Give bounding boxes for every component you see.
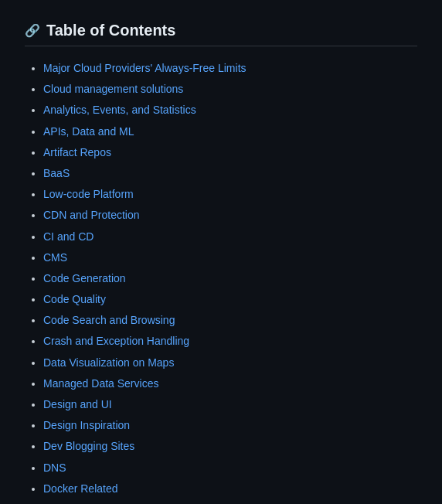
toc-link[interactable]: Artifact Repos bbox=[43, 146, 111, 158]
toc-link[interactable]: CMS bbox=[43, 251, 67, 264]
list-item: Managed Data Services bbox=[43, 374, 417, 393]
list-item: APIs, Data and ML bbox=[43, 122, 417, 141]
toc-link[interactable]: Analytics, Events, and Statistics bbox=[43, 104, 196, 116]
list-item: Code Search and Browsing bbox=[43, 311, 417, 330]
list-item: Docker Related bbox=[43, 479, 417, 499]
list-item: DNS bbox=[43, 458, 417, 478]
toc-link[interactable]: Code Quality bbox=[43, 293, 106, 305]
list-item: Crash and Exception Handling bbox=[43, 332, 417, 351]
list-item: Artifact Repos bbox=[43, 143, 417, 162]
toc-link[interactable]: BaaS bbox=[43, 167, 70, 179]
toc-link[interactable]: CDN and Protection bbox=[43, 209, 140, 221]
list-item: Low-code Platform bbox=[43, 185, 417, 204]
toc-list: Major Cloud Providers' Always-Free Limit… bbox=[25, 59, 417, 504]
toc-link[interactable]: Managed Data Services bbox=[43, 377, 158, 390]
list-item: Major Cloud Providers' Always-Free Limit… bbox=[43, 59, 417, 78]
toc-link[interactable]: APIs, Data and ML bbox=[43, 125, 134, 138]
toc-link[interactable]: Docker Related bbox=[43, 482, 118, 495]
toc-link[interactable]: Data Visualization on Maps bbox=[43, 356, 174, 369]
list-item: CMS bbox=[43, 248, 417, 267]
toc-link[interactable]: Design and UI bbox=[43, 398, 112, 410]
list-item: Code Generation bbox=[43, 269, 417, 288]
toc-link[interactable]: Design Inspiration bbox=[43, 419, 130, 431]
list-item: Design and UI bbox=[43, 395, 417, 414]
list-item: Domain bbox=[43, 500, 417, 504]
toc-title: Table of Contents bbox=[46, 22, 175, 39]
toc-link[interactable]: Code Search and Browsing bbox=[43, 314, 175, 326]
list-item: Code Quality bbox=[43, 290, 417, 309]
toc-header: 🔗 Table of Contents bbox=[25, 22, 417, 46]
toc-link[interactable]: Code Generation bbox=[43, 272, 126, 284]
link-icon: 🔗 bbox=[25, 23, 40, 38]
list-item: Cloud management solutions bbox=[43, 80, 417, 99]
list-item: CDN and Protection bbox=[43, 206, 417, 225]
toc-link[interactable]: Cloud management solutions bbox=[43, 83, 183, 95]
list-item: Design Inspiration bbox=[43, 416, 417, 435]
toc-link[interactable]: CI and CD bbox=[43, 230, 94, 243]
list-item: Dev Blogging Sites bbox=[43, 437, 417, 456]
list-item: Analytics, Events, and Statistics bbox=[43, 100, 417, 120]
list-item: Data Visualization on Maps bbox=[43, 353, 417, 373]
toc-link[interactable]: DNS bbox=[43, 461, 66, 474]
toc-link[interactable]: Crash and Exception Handling bbox=[43, 335, 189, 347]
list-item: CI and CD bbox=[43, 227, 417, 247]
list-item: BaaS bbox=[43, 164, 417, 183]
toc-link[interactable]: Major Cloud Providers' Always-Free Limit… bbox=[43, 62, 246, 74]
toc-link[interactable]: Low-code Platform bbox=[43, 188, 134, 200]
toc-link[interactable]: Dev Blogging Sites bbox=[43, 440, 134, 452]
toc-container: 🔗 Table of Contents Major Cloud Provider… bbox=[12, 12, 430, 504]
